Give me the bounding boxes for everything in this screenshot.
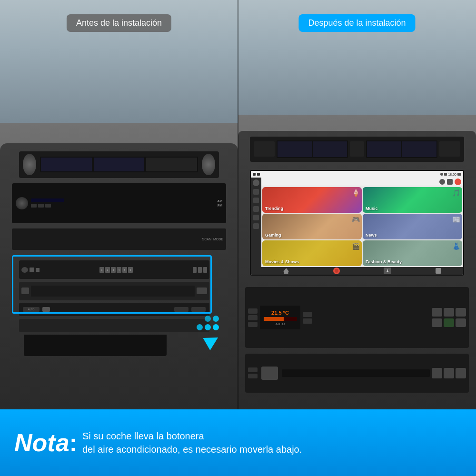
rb3 xyxy=(45,204,51,208)
rb2 xyxy=(38,204,44,208)
nav-icon-4 xyxy=(253,215,259,220)
highlight-box xyxy=(12,255,212,314)
trending-icon: 🍦 xyxy=(352,189,360,197)
news-label: News xyxy=(366,233,377,238)
note-body: Si su coche lleva la botoneradel aire ac… xyxy=(82,429,302,456)
time-display: 18:00 xyxy=(448,173,456,176)
controls-row-4 xyxy=(19,319,209,332)
battery-icon xyxy=(457,173,461,176)
scan-mode-row: SCAN MODE xyxy=(12,228,226,250)
auto-label: AUTO xyxy=(276,322,285,326)
rb1 xyxy=(31,204,37,208)
cr-btn5[interactable] xyxy=(444,318,454,327)
va-center xyxy=(277,140,348,158)
android-statusbar: 18:00 xyxy=(251,171,463,178)
dot-row-2 xyxy=(197,324,219,330)
va-1 xyxy=(254,141,275,157)
bc-b2[interactable] xyxy=(248,374,258,378)
dot-1 xyxy=(205,316,211,322)
climate-right-area xyxy=(315,308,466,327)
climate-left-btns xyxy=(248,308,258,327)
va-s4 xyxy=(402,141,436,157)
dot-4 xyxy=(205,324,211,330)
vent-knob-right xyxy=(202,154,215,175)
gaming-label: Gaming xyxy=(265,233,281,238)
bc-big-btn[interactable] xyxy=(261,367,278,380)
comparison-wrapper: Antes de la instalación xyxy=(0,0,476,409)
search-icon xyxy=(447,179,453,185)
dot-2 xyxy=(213,316,219,322)
android-screen[interactable]: 18:00 xyxy=(250,170,464,276)
cr-btn2[interactable] xyxy=(444,308,454,317)
cm-b1[interactable] xyxy=(303,312,312,317)
tile-fashion[interactable]: 👗 Fashion & Beauty xyxy=(363,240,462,266)
power-icon xyxy=(253,179,259,186)
center-btn[interactable] xyxy=(333,268,340,274)
android-sidebar xyxy=(251,178,261,275)
tile-movies[interactable]: 🎬 Movies & Shows xyxy=(262,240,362,266)
climate-mid-btns xyxy=(303,312,312,324)
label-before: Antes de la instalación xyxy=(67,14,171,32)
cm-b2[interactable] xyxy=(303,318,312,324)
mic-icon xyxy=(253,173,256,176)
bc-rb3[interactable] xyxy=(456,368,466,378)
bc-left xyxy=(248,367,258,378)
status-icons-left xyxy=(253,173,260,176)
rst-icon xyxy=(257,173,260,176)
radio-display xyxy=(31,198,64,202)
plus-btn[interactable]: + xyxy=(384,268,391,274)
temp-display: 21.5 °C xyxy=(271,310,289,316)
news-icon: 📰 xyxy=(452,216,460,223)
va-s1 xyxy=(278,141,312,157)
note-area: Nota : Si su coche lleva la botoneradel … xyxy=(0,409,476,476)
cr-btn4[interactable] xyxy=(432,318,442,327)
radio-unit: AM FM xyxy=(12,183,226,223)
bc-right-btns xyxy=(432,368,466,378)
note-title: Nota xyxy=(14,430,69,455)
dot-5 xyxy=(213,324,219,330)
home-icon[interactable] xyxy=(283,268,289,274)
signal-icon xyxy=(444,173,447,176)
radio-knob xyxy=(16,197,28,209)
climate-display: 21.5 °C AUTO xyxy=(260,306,300,329)
profile-icon xyxy=(455,178,461,185)
bc-rb1[interactable] xyxy=(432,368,442,378)
va-s2 xyxy=(313,141,347,157)
temp-fill xyxy=(264,317,284,321)
dot-row-1 xyxy=(205,316,219,322)
tile-trending[interactable]: 🍦 Trending xyxy=(262,187,362,213)
arrow-triangle xyxy=(203,331,221,350)
va-3 xyxy=(439,141,460,157)
music-label: Music xyxy=(366,206,378,211)
gaming-icon: 🎮 xyxy=(352,216,360,223)
movies-label: Movies & Shows xyxy=(265,259,299,264)
tile-gaming[interactable]: 🎮 Gaming xyxy=(262,214,362,239)
status-icons-right: 18:00 xyxy=(440,173,461,176)
cr-btn1[interactable] xyxy=(432,308,442,317)
radio-display-area xyxy=(31,198,215,208)
bc-b1[interactable] xyxy=(248,367,258,372)
bc-rb2[interactable] xyxy=(444,368,454,378)
cl-b3[interactable] xyxy=(248,322,258,327)
cr-btn3[interactable] xyxy=(456,308,466,317)
tile-news[interactable]: 📰 News xyxy=(363,214,462,239)
bell-icon xyxy=(439,179,445,185)
vent-slot-2 xyxy=(94,158,145,172)
trending-label: Trending xyxy=(265,206,283,211)
climate-controls: 21.5 °C AUTO xyxy=(245,287,469,348)
cr-btn6[interactable] xyxy=(456,318,466,327)
vent-top-before xyxy=(19,151,219,178)
tile-music[interactable]: 🎵 Music xyxy=(363,187,462,213)
cl-b2[interactable] xyxy=(248,315,258,320)
menu-icon[interactable] xyxy=(436,268,441,274)
after-text: Después de la instalación xyxy=(308,18,406,28)
fashion-icon: 👗 xyxy=(452,242,460,250)
bc-slider xyxy=(282,369,430,377)
cl-b1[interactable] xyxy=(248,308,258,314)
dashboard-after: 18:00 xyxy=(238,131,476,409)
android-bottombar: + xyxy=(261,267,463,275)
dashboard-before: AM FM SCAN MODE 1 2 xyxy=(0,143,238,409)
before-text: Antes de la instalación xyxy=(76,18,162,28)
climate-right-row1 xyxy=(315,308,466,317)
divider-line xyxy=(238,0,239,409)
